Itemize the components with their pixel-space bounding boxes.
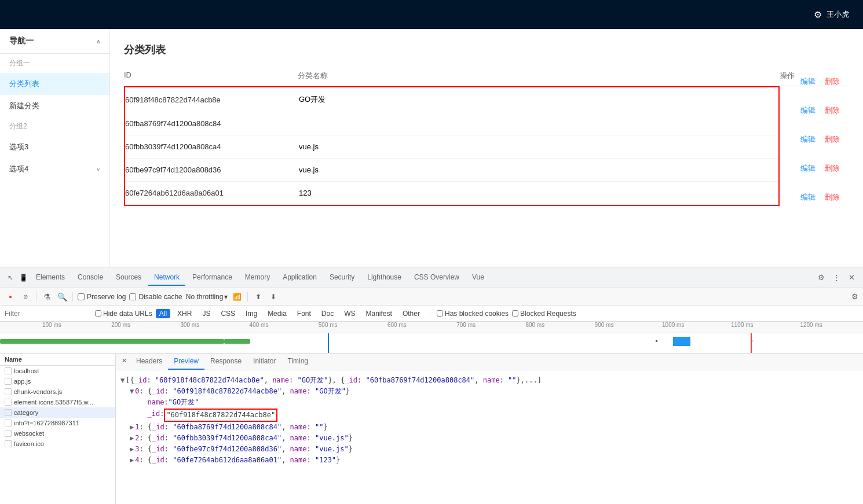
timeline-dot-1 — [656, 340, 657, 342]
devtools-more-icon[interactable]: ⋮ — [829, 271, 844, 284]
json-toggle-4[interactable]: ▶ — [130, 455, 134, 466]
import-icon[interactable]: ⬆ — [253, 291, 264, 303]
tab-vue[interactable]: Vue — [466, 270, 490, 286]
network-item-element-icons[interactable]: element-icons.535877f5.w... — [0, 397, 115, 407]
tab-memory[interactable]: Memory — [239, 270, 276, 286]
disable-cache-checkbox[interactable]: Disable cache — [129, 293, 182, 301]
filter-tag-js[interactable]: JS — [199, 309, 214, 318]
record-button[interactable]: ● — [5, 291, 16, 303]
tab-security[interactable]: Security — [324, 270, 360, 286]
filter-tag-other[interactable]: Other — [399, 309, 423, 318]
network-settings-icon[interactable]: ⚙ — [851, 292, 858, 301]
tab-headers[interactable]: Headers — [130, 354, 168, 370]
settings-icon[interactable]: ⚙ — [814, 9, 822, 20]
filter-input[interactable] — [5, 310, 92, 318]
tab-application[interactable]: Application — [277, 270, 323, 286]
throttling-select[interactable]: No throttling ▾ — [186, 293, 228, 301]
network-item-chunk-vendors[interactable]: chunk-vendors.js — [0, 387, 115, 397]
tab-timing[interactable]: Timing — [281, 354, 314, 370]
blocked-requests-checkbox[interactable]: Blocked Requests — [512, 310, 576, 318]
network-list: Name localhost app.js chunk-vendors.js e… — [0, 354, 116, 504]
delete-link-2[interactable]: 删除 — [825, 105, 840, 116]
hide-data-urls-input[interactable] — [95, 310, 101, 317]
preserve-log-input[interactable] — [78, 293, 85, 300]
sidebar-nav-header[interactable]: 导航一 ∧ — [0, 29, 109, 54]
blocked-requests-label: Blocked Requests — [520, 310, 576, 318]
network-item-favicon[interactable]: favicon.ico — [0, 439, 115, 449]
throttling-chevron: ▾ — [224, 293, 228, 301]
network-item-localhost[interactable]: localhost — [0, 366, 115, 376]
filter-tag-xhr[interactable]: XHR — [174, 309, 195, 318]
tab-css-overview[interactable]: CSS Overview — [408, 270, 465, 286]
tab-initiator[interactable]: Initiator — [247, 354, 281, 370]
blocked-requests-input[interactable] — [512, 310, 518, 317]
tab-sources[interactable]: Sources — [110, 270, 147, 286]
filter-icon[interactable]: ⚗ — [41, 291, 53, 303]
timeline-mark-500: 500 ms — [319, 322, 338, 328]
network-list-header: Name — [0, 354, 115, 366]
export-icon[interactable]: ⬇ — [268, 291, 279, 303]
sidebar-item-category-list[interactable]: 分类列表 — [0, 73, 109, 95]
network-item-info[interactable]: info?t=1627288987311 — [0, 418, 115, 428]
sidebar-item-option4[interactable]: 选项4 ∨ — [0, 158, 109, 180]
timeline: 100 ms 200 ms 300 ms 400 ms 500 ms 600 m… — [0, 322, 863, 354]
stop-button[interactable]: ⊘ — [20, 291, 31, 303]
edit-link-4[interactable]: 编辑 — [800, 163, 816, 174]
json-4-label: 4: {_id: "60fe7264ab612d6aa8a06a01", nam… — [135, 455, 340, 466]
sidebar-item-option3[interactable]: 选项3 — [0, 136, 109, 158]
close-tab-btn[interactable]: ✕ — [120, 354, 130, 370]
network-item-category[interactable]: category — [0, 407, 115, 418]
delete-link-5[interactable]: 删除 — [825, 192, 840, 203]
sidebar-item-option4-chevron: ∨ — [96, 166, 100, 172]
filter-tag-img[interactable]: Img — [242, 309, 261, 318]
edit-link-5[interactable]: 编辑 — [800, 192, 816, 203]
delete-link-4[interactable]: 删除 — [825, 163, 840, 174]
sidebar-item-new-category[interactable]: 新建分类 — [0, 95, 109, 117]
hide-data-urls-checkbox[interactable]: Hide data URLs — [95, 310, 152, 318]
network-item-appjs[interactable]: app.js — [0, 376, 115, 387]
network-item-chunk-label: chunk-vendors.js — [14, 388, 62, 395]
filter-tag-font[interactable]: Font — [294, 309, 315, 318]
tab-performance[interactable]: Performance — [187, 270, 238, 286]
timeline-mark-800: 800 ms — [525, 322, 544, 328]
disable-cache-input[interactable] — [129, 293, 136, 300]
tab-response[interactable]: Response — [204, 354, 247, 370]
search-icon[interactable]: 🔍 — [56, 291, 68, 303]
devtools-device-icon[interactable]: 📱 — [17, 272, 29, 284]
tab-network[interactable]: Network — [148, 270, 185, 286]
wifi-icon[interactable]: 📶 — [231, 291, 243, 303]
json-toggle-2[interactable]: ▶ — [130, 433, 134, 444]
delete-link-3[interactable]: 删除 — [825, 134, 840, 145]
tab-preview[interactable]: Preview — [168, 354, 204, 370]
devtools-close-icon[interactable]: ✕ — [845, 271, 858, 284]
filter-tag-ws[interactable]: WS — [341, 309, 359, 318]
edit-link-2[interactable]: 编辑 — [800, 105, 816, 116]
json-toggle-top[interactable]: ▼ — [120, 375, 125, 386]
json-toggle-1[interactable]: ▶ — [130, 422, 134, 433]
delete-link-1[interactable]: 删除 — [825, 76, 840, 87]
has-blocked-cookies-input[interactable] — [437, 310, 443, 317]
tab-console[interactable]: Console — [72, 270, 109, 286]
network-toolbar: ● ⊘ ⚗ 🔍 Preserve log Disable cache No th… — [0, 288, 863, 306]
edit-link-1[interactable]: 编辑 — [800, 76, 816, 87]
filter-tag-css[interactable]: CSS — [217, 309, 239, 318]
tab-lighthouse[interactable]: Lighthouse — [361, 270, 407, 286]
filter-tag-manifest[interactable]: Manifest — [363, 309, 396, 318]
json-item-2: ▶ 2: {_id: "60fbb3039f74d1200a808ca4", n… — [120, 433, 858, 444]
json-toggle-0[interactable]: ▼ — [130, 386, 134, 397]
filter-tag-media[interactable]: Media — [264, 309, 290, 318]
has-blocked-cookies-checkbox[interactable]: Has blocked cookies — [437, 310, 509, 318]
preserve-log-checkbox[interactable]: Preserve log — [78, 293, 126, 301]
toolbar-separator-1 — [36, 292, 36, 301]
devtools-cursor-icon[interactable]: ↖ — [5, 272, 16, 284]
devtools-settings-icon[interactable]: ⚙ — [814, 271, 828, 284]
filter-tag-doc[interactable]: Doc — [318, 309, 337, 318]
has-blocked-cookies-label: Has blocked cookies — [445, 310, 509, 318]
edit-link-3[interactable]: 编辑 — [800, 134, 816, 145]
filter-tag-all[interactable]: All — [156, 309, 170, 318]
tab-elements[interactable]: Elements — [30, 270, 71, 286]
sidebar-nav1-chevron: ∧ — [96, 38, 100, 45]
details-tabs: ✕ Headers Preview Response Initiator Tim… — [116, 354, 863, 370]
json-toggle-3[interactable]: ▶ — [130, 444, 134, 455]
network-item-websocket[interactable]: websocket — [0, 428, 115, 439]
